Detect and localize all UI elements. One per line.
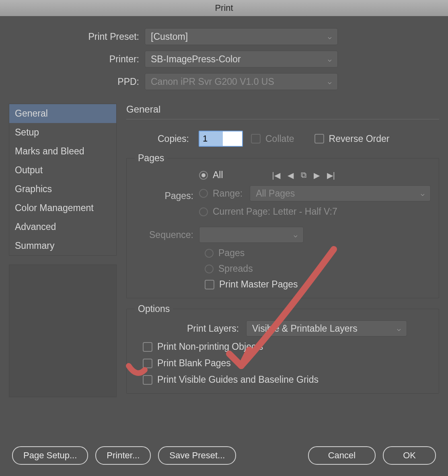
print-nonprinting-label: Print Non-printing Objects [157,341,263,352]
pages-range-radio[interactable] [199,189,208,198]
chevron-down-icon: ⌵ [328,55,332,63]
options-legend: Options [135,304,173,314]
save-preset-button[interactable]: Save Preset... [158,446,236,465]
sidebar-item-graphics[interactable]: Graphics [9,180,116,199]
print-master-option[interactable]: Print Master Pages [205,279,431,290]
print-layers-label: Print Layers: [187,323,244,334]
printer-value: SB-ImagePress-Color [151,54,241,65]
page-nav-icons: |◀ ◀ ⧉ ▶ ▶| [272,170,335,180]
header-form: Print Preset: [Custom] ⌵ Printer: SB-Ima… [0,16,448,104]
pages-pages-radio[interactable] [205,249,214,258]
sidebar-item-color-management[interactable]: Color Management [9,199,116,217]
print-preset-value: [Custom] [151,31,188,42]
reverse-order-label: Reverse Order [329,133,390,144]
copies-input[interactable] [199,131,243,147]
pages-current-radio[interactable] [199,207,208,216]
chevron-down-icon: ⌵ [328,78,332,86]
section-title: General [126,104,439,119]
pages-current-label: Current Page: Letter - Half V:7 [213,206,337,217]
pages-all-label: All [213,170,223,181]
chevron-down-icon: ⌵ [421,190,425,197]
printer-label: Printer: [0,54,145,65]
collate-option: Collate [251,133,294,144]
print-preset-dropdown[interactable]: [Custom] ⌵ [145,28,338,45]
print-nonprinting-checkbox[interactable] [143,342,152,352]
sidebar-list: General Setup Marks and Bleed Output Gra… [9,104,117,256]
collate-label: Collate [265,133,294,144]
sidebar-item-marks-bleed[interactable]: Marks and Bleed [9,142,116,161]
page-setup-button[interactable]: Page Setup... [12,446,88,465]
cancel-button[interactable]: Cancel [308,446,376,465]
pages-spreads-radio[interactable] [205,265,214,273]
print-layers-value: Visible & Printable Layers [252,323,358,334]
pages-legend: Pages [135,153,167,164]
print-guides-checkbox[interactable] [143,375,152,385]
print-layers-dropdown[interactable]: Visible & Printable Layers ⌵ [246,320,407,336]
last-page-icon[interactable]: ▶| [327,170,335,180]
dialog-footer: Page Setup... Printer... Save Preset... … [0,446,448,465]
print-master-label: Print Master Pages [219,279,298,290]
sequence-label: Sequence: [135,230,199,240]
pages-range-value: All Pages [256,188,295,199]
chevron-down-icon: ⌵ [397,325,401,332]
sidebar-item-summary[interactable]: Summary [9,236,116,255]
collate-checkbox [251,134,261,144]
reverse-order-checkbox[interactable] [314,134,324,144]
print-preset-label: Print Preset: [0,31,145,42]
print-blank-checkbox[interactable] [143,359,152,368]
pages-pages-label: Pages [218,248,245,259]
reverse-order-option[interactable]: Reverse Order [314,133,390,144]
chevron-down-icon: ⌵ [294,231,298,239]
print-blank-label: Print Blank Pages [157,358,231,369]
ppd-value: Canon iPR Svr G200 V1.0 US [151,76,274,87]
print-blank-option[interactable]: Print Blank Pages [143,358,431,369]
pages-spreads-label: Spreads [218,263,253,274]
printer-button[interactable]: Printer... [95,446,151,465]
pages-group: Pages Pages: All |◀ ◀ ⧉ ▶ ▶| [126,158,439,298]
copies-label: Copies: [158,133,189,144]
pages-label: Pages: [135,191,199,201]
pages-range-label: Range: [213,188,242,199]
print-nonprinting-option[interactable]: Print Non-printing Objects [143,341,431,352]
print-master-checkbox[interactable] [205,280,214,289]
pages-all-radio[interactable] [199,171,208,180]
sidebar-item-general[interactable]: General [9,104,116,123]
ok-button[interactable]: OK [383,446,436,465]
page-preview [9,265,117,397]
window-title: Print [0,0,448,16]
ppd-label: PPD: [0,76,145,87]
sidebar-item-setup[interactable]: Setup [9,123,116,142]
next-page-icon[interactable]: ▶ [314,170,320,180]
pages-range-dropdown[interactable]: All Pages ⌵ [250,185,431,201]
spread-icon[interactable]: ⧉ [301,170,306,180]
sidebar-item-output[interactable]: Output [9,161,116,180]
print-guides-label: Print Visible Guides and Baseline Grids [157,374,319,385]
sequence-dropdown: ⌵ [199,227,304,243]
printer-dropdown[interactable]: SB-ImagePress-Color ⌵ [145,51,338,68]
ppd-dropdown: Canon iPR Svr G200 V1.0 US ⌵ [145,73,338,90]
print-guides-option[interactable]: Print Visible Guides and Baseline Grids [143,374,431,385]
sidebar-item-advanced[interactable]: Advanced [9,217,116,236]
chevron-down-icon: ⌵ [328,33,332,41]
prev-page-icon[interactable]: ◀ [288,170,294,180]
first-page-icon[interactable]: |◀ [272,170,280,180]
options-group: Options Print Layers: Visible & Printabl… [126,309,439,394]
